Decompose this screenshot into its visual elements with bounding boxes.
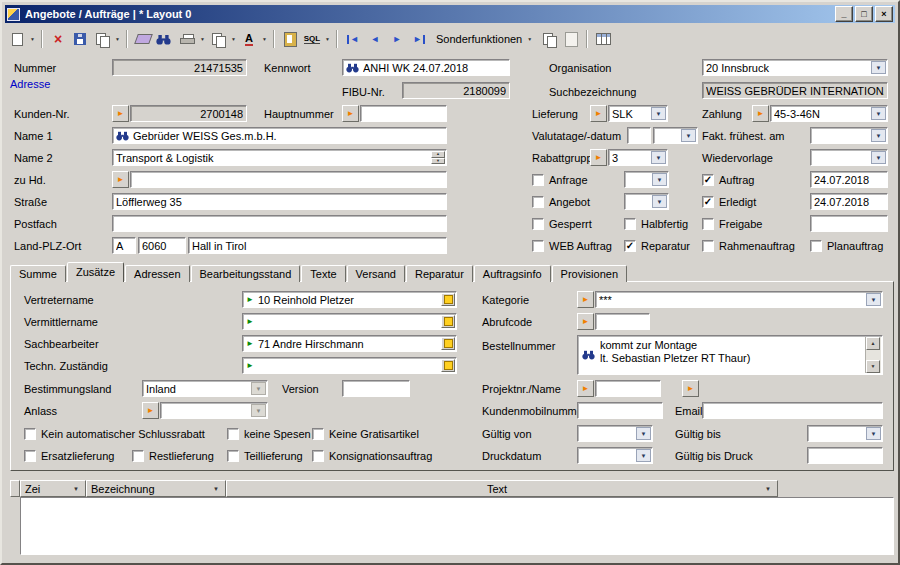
valutatage-field[interactable] [627,127,651,144]
new-document-button[interactable] [6,28,28,50]
kundenmobilnummer-field[interactable] [577,402,663,419]
rahmenauftrag-checkbox[interactable]: Rahmenauftrag [702,238,795,253]
freigabe-checkbox-box[interactable] [702,218,714,230]
maximize-button[interactable]: □ [855,6,873,22]
anfrage-combo[interactable]: ▼ [624,171,669,188]
vertretername-field[interactable]: ► 10 Reinhold Pletzer [242,291,457,308]
column-filter-icon[interactable]: ▼ [763,486,773,492]
halbfertig-checkbox-box[interactable] [624,218,636,230]
fibu-nr-field[interactable]: 2180099 [402,82,510,99]
sql-button[interactable]: SQL [301,28,323,50]
bestimmungsland-combo[interactable]: Inland ▼ [142,380,268,397]
dropdown-icon[interactable]: ▼ [866,293,881,306]
dropdown-icon[interactable]: ▼ [681,129,696,142]
wiedervorlage-combo[interactable]: ▼ [810,149,888,166]
valutadatum-combo[interactable]: ▼ [653,127,698,144]
zahlung-combo[interactable]: 45-3-46N ▼ [770,105,888,122]
nav-last-button[interactable]: ► [408,28,430,50]
copy-button[interactable] [91,28,113,50]
sachbearbeiter-shortcut-button[interactable] [441,337,455,350]
bestellnummer-scrollbar[interactable]: ▲ ▼ [865,337,881,373]
auftrag-checkbox-box[interactable]: ✓ [702,174,714,186]
suchbezeichnung-field[interactable]: WEISS GEBRÜDER INTERNATIONALE [702,82,888,99]
tab-provisionen[interactable]: Provisionen [552,265,627,282]
tab-reparatur[interactable]: Reparatur [406,265,473,282]
rahmenauftrag-checkbox-box[interactable] [702,240,714,252]
dropdown-icon[interactable]: ▼ [651,151,666,164]
ersatzlieferung-checkbox-box[interactable] [24,450,36,462]
copy-layout-button[interactable] [538,28,560,50]
dropdown-icon[interactable]: ▼ [871,151,886,164]
abrufcode-jump-button[interactable]: ► [577,313,594,330]
dropdown-icon[interactable]: ▼ [652,173,667,186]
teillieferung-checkbox[interactable]: Teillieferung [227,448,303,463]
hauptnummer-jump-button[interactable]: ► [342,105,359,122]
fakt-fruehest-combo[interactable]: ▼ [810,127,888,144]
gesperrt-checkbox-box[interactable] [532,218,544,230]
tab-summe[interactable]: Summe [10,265,66,282]
ersatzlieferung-checkbox[interactable]: Ersatzlieferung [24,448,114,463]
dropdown-icon[interactable]: ▼ [651,107,666,120]
reparatur-checkbox-box[interactable]: ✓ [624,240,636,252]
spin-down-icon[interactable]: ▼ [431,158,445,165]
tab-auftragsinfo[interactable]: Auftragsinfo [474,265,551,282]
restlieferung-checkbox[interactable]: Restlieferung [132,448,214,463]
postfach-field[interactable] [112,215,447,232]
column-filter-icon[interactable]: ▼ [71,486,81,492]
search-kennwort-icon[interactable] [346,63,359,73]
anlass-combo[interactable]: ▼ [160,402,268,419]
dropdown-icon[interactable]: ▼ [251,382,266,395]
tab-adressen[interactable]: Adressen [125,265,189,282]
grid-header-text[interactable]: Text ▼ [226,480,778,497]
land-field[interactable]: A [112,237,136,254]
zahlung-jump-button[interactable]: ► [752,105,769,122]
nav-prev-button[interactable]: ◄ [364,28,386,50]
dropdown-icon[interactable]: ▼ [871,107,886,120]
freigabe-checkbox[interactable]: Freigabe [702,216,762,231]
keine-spesen-checkbox[interactable]: keine Spesen [227,426,311,441]
scroll-up-icon[interactable]: ▲ [866,337,880,350]
print-form-button[interactable] [207,28,229,50]
sachbearbeiter-field[interactable]: ► 71 Andre Hirschmann [242,335,457,352]
kategorie-combo[interactable]: *** ▼ [595,291,883,308]
grid-body[interactable] [20,497,894,555]
dropdown-icon[interactable]: ▼ [652,195,667,208]
zu-hd-jump-button[interactable]: ► [112,171,129,188]
column-filter-icon[interactable]: ▼ [211,486,221,492]
bestellnummer-memo[interactable]: kommt zur Montage lt. Sebastian Pletzer … [577,335,883,375]
grid-header-zei[interactable]: Zei ▼ [20,480,86,497]
print-form-dropdown[interactable]: ▼ [229,28,238,50]
search-bestellnummer-icon[interactable] [582,350,595,360]
dropdown-icon[interactable]: ▼ [871,61,886,74]
reparatur-checkbox[interactable]: ✓ Reparatur [624,238,690,253]
grid-header-bezeichnung[interactable]: Bezeichnung ▼ [86,480,226,497]
auftrag-datum-field[interactable]: 24.07.2018 [810,171,888,188]
kein-schlussrabatt-checkbox[interactable]: Kein automatischer Schlussrabatt [24,426,205,441]
dropdown-icon[interactable]: ▼ [866,427,881,440]
kunden-nr-jump-button[interactable]: ► [112,105,129,122]
copy-dropdown[interactable]: ▼ [113,28,122,50]
halbfertig-checkbox[interactable]: Halbfertig [624,216,688,231]
angebot-checkbox[interactable]: Angebot [532,194,590,209]
konsignationsauftrag-checkbox[interactable]: Konsignationsauftrag [312,448,432,463]
freigabe-datum-field[interactable] [810,215,888,232]
new-document-dropdown[interactable]: ▼ [28,28,37,50]
font-dropdown[interactable]: ▼ [260,28,269,50]
teillieferung-checkbox-box[interactable] [227,450,239,462]
search-button[interactable] [154,28,176,50]
keine-spesen-checkbox-box[interactable] [227,428,239,440]
tab-zusaetze[interactable]: Zusätze [67,262,124,282]
projektnr-jump-button[interactable]: ► [577,380,594,397]
dropdown-icon[interactable]: ▼ [636,427,651,440]
erledigt-checkbox-box[interactable]: ✓ [702,196,714,208]
hauptnummer-field[interactable] [360,105,447,122]
table-view-button[interactable] [592,28,614,50]
search-name1-icon[interactable] [116,131,129,141]
kategorie-jump-button[interactable]: ► [577,291,594,308]
clear-button[interactable] [132,28,154,50]
font-button[interactable]: A [238,28,260,50]
paste-button[interactable] [279,28,301,50]
angebot-combo[interactable]: ▼ [624,193,669,210]
planauftrag-checkbox[interactable]: Planauftrag [810,238,883,253]
name2-spinner[interactable]: ▲ ▼ [431,151,445,164]
